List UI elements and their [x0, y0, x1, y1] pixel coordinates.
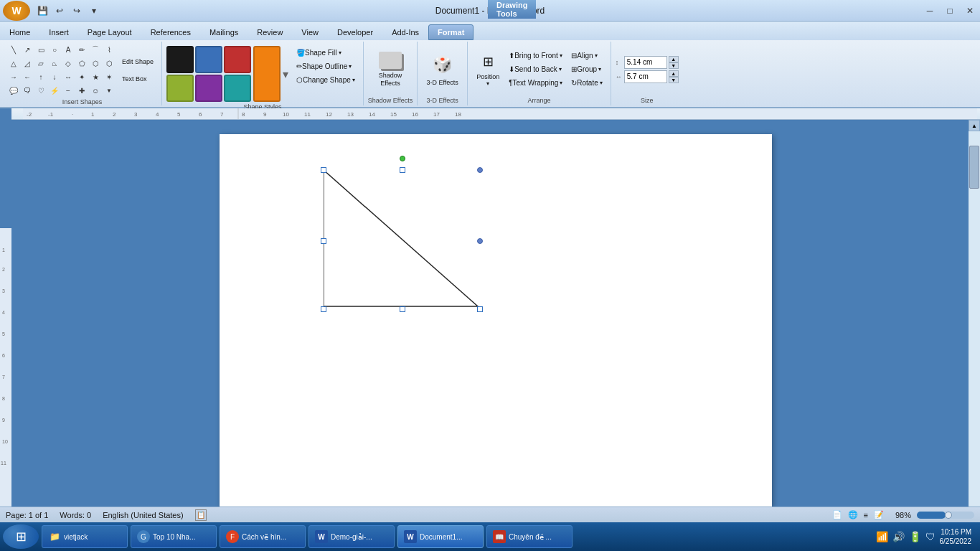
- qat-undo[interactable]: ↩: [52, 3, 67, 19]
- handle-bc[interactable]: [400, 306, 405, 312]
- group-arrow[interactable]: ▾: [598, 66, 601, 72]
- shape-curve[interactable]: ⌒: [89, 43, 102, 56]
- office-button[interactable]: W: [3, 1, 30, 21]
- qat-more[interactable]: ▾: [86, 3, 102, 19]
- handle-tl[interactable]: [321, 167, 326, 173]
- handle-tc[interactable]: [400, 167, 405, 173]
- shape-rcallout[interactable]: 🗨: [21, 84, 34, 97]
- shape-arrow[interactable]: ↗: [21, 43, 34, 56]
- handle-bl[interactable]: [321, 306, 326, 312]
- change-shape-arrow[interactable]: ▾: [352, 77, 355, 83]
- tab-insert[interactable]: Insert: [39, 24, 78, 40]
- triangle-shape[interactable]: [324, 170, 481, 317]
- shape-cross[interactable]: ✚: [75, 84, 88, 97]
- zoom-slider[interactable]: [917, 512, 974, 519]
- width-down[interactable]: ▼: [669, 62, 679, 69]
- height-down[interactable]: ▼: [669, 77, 679, 83]
- group-btn[interactable]: ⊞ Group ▾: [567, 63, 606, 76]
- shape-star6[interactable]: ✶: [103, 70, 116, 83]
- minimize-btn[interactable]: ─: [920, 1, 940, 21]
- view-draft-btn[interactable]: 📝: [874, 510, 884, 519]
- swatch-purple[interactable]: [195, 75, 222, 102]
- tab-format[interactable]: Format: [428, 24, 473, 40]
- shape-triangle[interactable]: △: [7, 57, 20, 70]
- maximize-btn[interactable]: □: [940, 1, 960, 21]
- align-arrow[interactable]: ▾: [595, 52, 598, 59]
- shape-parallelogram[interactable]: ▱: [34, 57, 47, 70]
- bring-to-front-btn[interactable]: ⬆ Bring to Front ▾: [505, 50, 566, 62]
- shape-rect[interactable]: ▭: [34, 43, 47, 56]
- tab-developer[interactable]: Developer: [328, 24, 382, 40]
- swatch-green[interactable]: [166, 75, 194, 102]
- shape-minus[interactable]: −: [62, 84, 75, 97]
- taskbar-item-0[interactable]: 📁 vietjack: [42, 525, 128, 548]
- systray-network[interactable]: 📶: [876, 531, 888, 542]
- scroll-up-btn[interactable]: ▲: [969, 120, 980, 131]
- styles-scroll-down[interactable]: ▾: [283, 67, 288, 81]
- send-to-back-arrow[interactable]: ▾: [559, 66, 562, 72]
- handle-tr-circle[interactable]: [477, 167, 483, 173]
- shape-rarrow[interactable]: →: [7, 70, 20, 83]
- shape-star5[interactable]: ★: [89, 70, 102, 83]
- shape-smiley[interactable]: ☺: [89, 84, 102, 97]
- shape-trapezoid[interactable]: ⏢: [48, 57, 61, 70]
- edit-shape-btn[interactable]: Edit Shape: [118, 54, 157, 70]
- shape-fill-arrow[interactable]: ▾: [339, 50, 341, 56]
- shape-text[interactable]: A: [62, 43, 75, 56]
- shape-container[interactable]: [324, 170, 481, 314]
- tab-view[interactable]: View: [292, 24, 328, 40]
- shape-outline-btn[interactable]: ✏ Shape Outline ▾: [293, 60, 359, 72]
- shape-outline-arrow[interactable]: ▾: [349, 63, 352, 70]
- shape-line[interactable]: ╲: [7, 43, 20, 56]
- shape-heart[interactable]: ♡: [34, 84, 47, 97]
- start-button[interactable]: ⊞: [3, 524, 39, 549]
- scroll-thumb[interactable]: [969, 146, 979, 189]
- shape-pentagon[interactable]: ⬠: [75, 57, 88, 70]
- send-to-back-btn[interactable]: ⬇ Send to Back ▾: [505, 63, 566, 76]
- swatch-black[interactable]: [166, 46, 194, 73]
- view-web-btn[interactable]: 🌐: [848, 510, 858, 519]
- taskbar-item-3[interactable]: W Demo-giải-...: [308, 525, 395, 548]
- text-wrapping-arrow[interactable]: ▾: [560, 80, 562, 86]
- rotation-handle[interactable]: [400, 156, 405, 161]
- taskbar-item-1[interactable]: G Top 10 Nha...: [131, 525, 217, 548]
- align-btn[interactable]: ⊟ Align ▾: [567, 50, 606, 62]
- proofing-icon[interactable]: 📋: [195, 509, 207, 521]
- tab-pagelayout[interactable]: Page Layout: [78, 24, 141, 40]
- shapes-more-arrow[interactable]: ▼: [103, 84, 116, 97]
- text-wrapping-btn[interactable]: ¶ Text Wrapping ▾: [505, 77, 566, 90]
- position-btn[interactable]: ⊞ Position ▾: [472, 50, 504, 90]
- qat-save[interactable]: 💾: [34, 3, 50, 19]
- swatch-orange[interactable]: [253, 46, 281, 102]
- scrollbar-vertical[interactable]: ▲ ⊟ ▼: [969, 120, 980, 547]
- systray-volume[interactable]: 🔊: [892, 531, 905, 542]
- tab-mailings[interactable]: Mailings: [200, 24, 248, 40]
- swatch-teal[interactable]: [224, 75, 251, 102]
- scroll-track[interactable]: [969, 131, 980, 524]
- height-up[interactable]: ▲: [669, 70, 679, 77]
- shape-circle[interactable]: ○: [48, 43, 61, 56]
- swatch-red[interactable]: [224, 46, 251, 73]
- textbox-btn[interactable]: Text Box: [118, 71, 157, 87]
- tab-references[interactable]: References: [141, 24, 200, 40]
- height-input[interactable]: [624, 70, 667, 83]
- shape-larrow[interactable]: ←: [21, 70, 34, 83]
- shape-rtriangle[interactable]: ◿: [21, 57, 34, 70]
- canvas-area[interactable]: ▲ ⊟ ▼: [11, 120, 980, 547]
- rotate-btn[interactable]: ↻ Rotate ▾: [567, 77, 606, 90]
- shape-fill-btn[interactable]: 🪣 Shape Fill ▾: [293, 46, 359, 59]
- tab-review[interactable]: Review: [248, 24, 292, 40]
- shape-callout[interactable]: 💬: [7, 84, 20, 97]
- shape-darrow[interactable]: ↓: [48, 70, 61, 83]
- shape-freeform[interactable]: ✏: [75, 43, 88, 56]
- qat-redo[interactable]: ↪: [69, 3, 85, 19]
- close-btn[interactable]: ✕: [960, 1, 980, 21]
- rotate-arrow[interactable]: ▾: [600, 80, 603, 86]
- threed-effects-btn[interactable]: 🎲 3-D Effects: [423, 50, 462, 90]
- shape-diamond[interactable]: ◇: [62, 57, 75, 70]
- systray-battery[interactable]: 🔋: [909, 531, 921, 542]
- tab-addins[interactable]: Add-Ins: [382, 24, 428, 40]
- swatch-blue[interactable]: [195, 46, 222, 73]
- width-input[interactable]: [624, 56, 667, 69]
- shadow-effects-btn[interactable]: Shadow Effects: [372, 50, 408, 90]
